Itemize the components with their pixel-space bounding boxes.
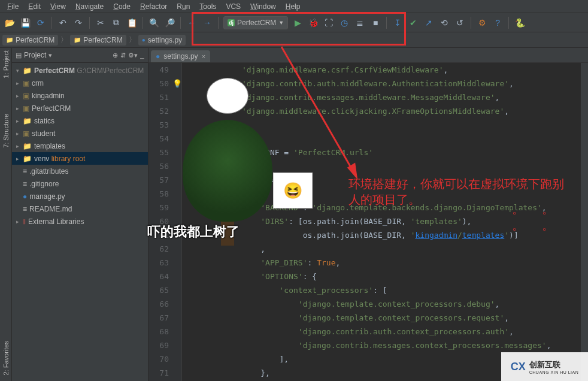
line-number-gutter: 4950515253545556575859606162636465666768…: [148, 63, 174, 381]
menu-code[interactable]: Code: [108, 1, 135, 12]
chevron-down-icon[interactable]: ▾: [49, 52, 52, 59]
menu-help[interactable]: Help: [281, 1, 305, 12]
line-number: 70: [148, 352, 169, 366]
tree-node-venv[interactable]: ▸📁venv library root: [12, 152, 148, 165]
code-line[interactable]: 'django.contrib.messages.context_process…: [186, 338, 588, 352]
breadcrumb-label: PerfectCRM: [16, 36, 54, 44]
vcs-history-icon[interactable]: ⟲: [438, 17, 450, 29]
stop-icon[interactable]: ■: [369, 17, 381, 29]
annotation-dots: 。 。 。 。: [512, 201, 588, 234]
copy-icon[interactable]: ⧉: [110, 17, 122, 29]
code-line[interactable]: 'django.contrib.auth.context_processors.…: [186, 325, 588, 338]
profile-icon[interactable]: ◷: [338, 17, 350, 29]
line-number: 53: [148, 118, 169, 132]
debug-icon[interactable]: 🐞: [307, 17, 319, 29]
breadcrumb-mid[interactable]: 📁 PerfectCRM: [70, 35, 126, 46]
tree-node-crm[interactable]: ▸▣crm: [12, 77, 148, 89]
locate-icon[interactable]: ⊕: [113, 52, 118, 59]
watermark: CX 创新互联 CHUANG XIN HU LIAN: [501, 352, 588, 381]
undo-icon[interactable]: ↶: [57, 17, 69, 29]
separator: [218, 17, 219, 29]
tree-node-README-md[interactable]: ≡README.md: [12, 202, 148, 215]
toolbar: 📂 💾 ⟳ ↶ ↷ ✂ ⧉ 📋 🔍 🔎 ← → dj PerfectCRM ▼ …: [0, 13, 588, 32]
tree-node--gitignore[interactable]: ≡.gitignore: [12, 177, 148, 190]
save-all-icon[interactable]: 💾: [19, 17, 31, 29]
code-line[interactable]: 'django.template.context_processors.requ…: [186, 311, 588, 325]
tree-node-manage-py[interactable]: ●manage.py: [12, 190, 148, 202]
sticker-caption: 吓的我都上树了: [147, 223, 240, 241]
watermark-logo: CX: [511, 361, 526, 373]
intention-bulb-icon[interactable]: 💡: [172, 77, 182, 90]
attach-icon[interactable]: ≣: [354, 17, 366, 29]
tree-node--gitattributes[interactable]: ≡.gitattributes: [12, 165, 148, 177]
tree-node-templates[interactable]: ▸📁templates: [12, 140, 148, 152]
line-number: 65: [148, 283, 169, 297]
vcs-revert-icon[interactable]: ↺: [454, 17, 466, 29]
settings-icon[interactable]: ⚙: [476, 17, 488, 29]
hide-icon[interactable]: ⎯: [140, 52, 144, 59]
project-view-icon[interactable]: ▤: [16, 52, 22, 59]
tool-tab-project[interactable]: 1: Project: [2, 50, 10, 78]
menu-tools[interactable]: Tools: [195, 1, 221, 12]
chevron-down-icon: ▼: [278, 20, 284, 26]
run-config-label: PerfectCRM: [237, 19, 276, 27]
tree-node-PerfectCRM[interactable]: ▸▣PerfectCRM: [12, 102, 148, 114]
line-number: 52: [148, 104, 169, 118]
vcs-push-icon[interactable]: ↗: [423, 17, 435, 29]
tree-node-student[interactable]: ▸▣student: [12, 127, 148, 140]
menu-run[interactable]: Run: [172, 1, 195, 12]
settings-gear-icon[interactable]: ⚙▾: [128, 52, 138, 59]
menu-bar: File Edit View Navigate Code Refactor Ru…: [0, 0, 588, 13]
run-icon[interactable]: ▶: [292, 17, 304, 29]
python-console-icon[interactable]: 🐍: [514, 17, 526, 29]
sticker-tree: [174, 90, 281, 246]
breadcrumb-label: PerfectCRM: [83, 36, 122, 44]
line-number: 54: [148, 132, 169, 146]
watermark-cn: 创新互联: [529, 359, 579, 370]
run-config-selector[interactable]: dj PerfectCRM ▼: [223, 16, 288, 29]
menu-file[interactable]: File: [2, 1, 23, 12]
tree-node-kingadmin[interactable]: ▸▣kingadmin: [12, 89, 148, 102]
vcs-commit-icon[interactable]: ✔: [407, 17, 419, 29]
tree-node-statics[interactable]: ▸📁statics: [12, 114, 148, 127]
code-line[interactable]: 'OPTIONS': {: [186, 270, 588, 283]
tree-root[interactable]: ▾📁PerfectCRM G:\CRM\PerfectCRM: [12, 64, 148, 77]
tool-tab-structure[interactable]: 7: Structure: [2, 114, 10, 148]
line-number: 49: [148, 63, 169, 77]
redo-icon[interactable]: ↷: [72, 17, 84, 29]
menu-window[interactable]: Window: [245, 1, 281, 12]
watermark-py: CHUANG XIN HU LIAN: [529, 370, 579, 374]
back-icon[interactable]: ←: [186, 17, 198, 29]
find-icon[interactable]: 🔍: [148, 17, 160, 29]
tool-tab-favorites[interactable]: 2: Favorites: [2, 341, 10, 375]
breadcrumb-file[interactable]: ● settings.py: [138, 35, 186, 46]
tree-external-libraries[interactable]: ▸⦀External Libraries: [12, 215, 148, 228]
python-file-icon: ●: [142, 37, 146, 43]
menu-vcs[interactable]: VCS: [221, 1, 245, 12]
breadcrumb-root[interactable]: 📁 PerfectCRM: [2, 35, 58, 46]
open-icon[interactable]: 📂: [4, 17, 16, 29]
cut-icon[interactable]: ✂: [95, 17, 107, 29]
help-icon[interactable]: ?: [492, 17, 504, 29]
sync-icon[interactable]: ⟳: [35, 17, 47, 29]
menu-navigate[interactable]: Navigate: [71, 1, 108, 12]
separator: [386, 17, 387, 29]
menu-refactor[interactable]: Refactor: [135, 1, 172, 12]
project-tree[interactable]: ▾📁PerfectCRM G:\CRM\PerfectCRM▸▣crm▸▣kin…: [12, 63, 148, 229]
code-line[interactable]: 'context_processors': [: [186, 283, 588, 297]
paste-icon[interactable]: 📋: [126, 17, 138, 29]
svg-marker-1: [348, 164, 356, 177]
replace-icon[interactable]: 🔎: [163, 17, 175, 29]
vcs-update-icon[interactable]: ↧: [392, 17, 404, 29]
code-line[interactable]: 'APP_DIRS': True,: [186, 256, 588, 270]
separator: [180, 17, 181, 29]
menu-edit[interactable]: Edit: [23, 1, 46, 12]
forward-icon[interactable]: →: [201, 17, 213, 29]
project-panel-header: ▤ Project ▾ ⊕ ⇵ ⚙▾ ⎯: [12, 48, 148, 63]
collapse-icon[interactable]: ⇵: [120, 52, 126, 59]
line-number: 64: [148, 270, 169, 283]
coverage-icon[interactable]: ⛶: [323, 17, 335, 29]
code-line[interactable]: 'django.template.context_processors.debu…: [186, 297, 588, 311]
menu-view[interactable]: View: [46, 1, 71, 12]
project-panel: ▤ Project ▾ ⊕ ⇵ ⚙▾ ⎯ ▾📁PerfectCRM G:\CRM…: [12, 48, 148, 381]
